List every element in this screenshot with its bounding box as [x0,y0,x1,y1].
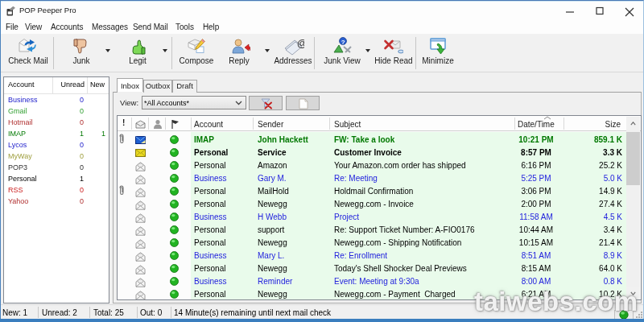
svg-text:?: ? [341,39,345,46]
svg-text:@: @ [297,37,304,49]
